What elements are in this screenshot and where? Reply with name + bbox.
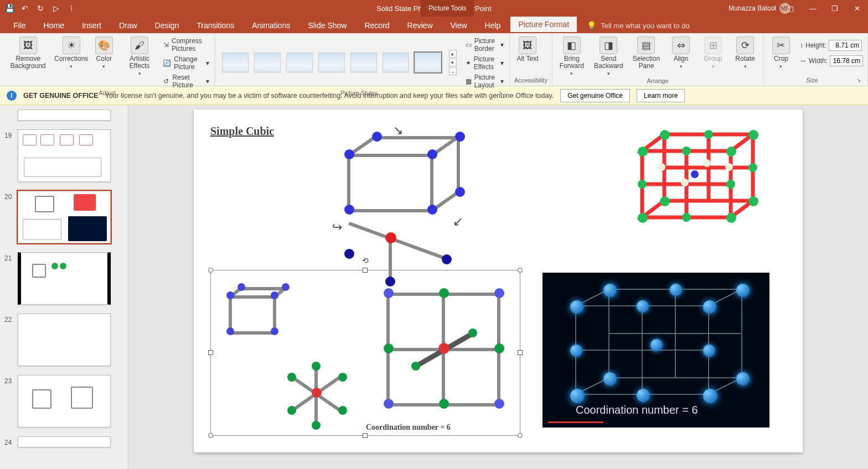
rotate-icon: ⟳: [736, 37, 754, 54]
picture-effects-button[interactable]: ✦Picture Effects ▾: [464, 55, 505, 71]
slide-area[interactable]: Simple Cubic: [194, 110, 803, 452]
corrections-icon: ☀: [63, 37, 80, 54]
backward-icon: ◨: [600, 37, 617, 54]
bring-forward-button[interactable]: ◧Bring Forward▾: [557, 35, 587, 77]
tab-file[interactable]: File: [6, 18, 34, 33]
color-icon: 🎨: [95, 37, 113, 54]
gallery-down-icon[interactable]: ▾: [449, 59, 457, 66]
crop-icon: ✂: [772, 37, 790, 54]
tab-view[interactable]: View: [443, 18, 475, 33]
height-input[interactable]: [829, 40, 862, 51]
remove-bg-icon: 🖼: [19, 37, 37, 54]
reset-picture-button[interactable]: ↺Reset Picture ▾: [162, 73, 210, 90]
alt-text-button[interactable]: 🖼 Alt Text: [514, 35, 541, 64]
forward-icon: ◧: [563, 37, 581, 54]
learn-more-button[interactable]: Learn more: [637, 89, 685, 102]
tab-design[interactable]: Design: [147, 18, 187, 33]
style-preset[interactable]: [415, 53, 441, 72]
group-label: Size ↘: [768, 77, 863, 85]
style-preset[interactable]: [350, 53, 377, 72]
close-icon[interactable]: ✕: [846, 0, 868, 17]
reset-icon: ↺: [163, 77, 169, 86]
artistic-effects-button[interactable]: 🖌 Artistic Effects ▾: [123, 35, 156, 77]
artistic-icon: 🖌: [131, 37, 148, 54]
ribbon-options-icon[interactable]: ▢: [779, 0, 802, 17]
chevron-down-icon: ▾: [70, 64, 73, 69]
change-picture-button[interactable]: 🔄Change Picture ▾: [162, 55, 210, 71]
corrections-button[interactable]: ☀ Corrections ▾: [57, 35, 85, 70]
slide-title: Simple Cubic: [210, 125, 274, 138]
layout-icon: ▦: [466, 77, 472, 86]
tab-slideshow[interactable]: Slide Show: [300, 18, 354, 33]
width-icon: ↔: [800, 57, 807, 65]
gallery-up-icon[interactable]: ▴: [449, 50, 457, 58]
compress-pictures-button[interactable]: ⇲Compress Pictures: [162, 37, 210, 53]
rotate-handle-icon[interactable]: ⟲: [362, 256, 369, 265]
picture-styles-gallery[interactable]: ▴ ▾ ⌄: [220, 46, 459, 79]
qat-redo[interactable]: ↻: [35, 3, 45, 13]
render-image: Coordination number = 6: [542, 273, 769, 428]
render-caption: Coordination number = 6: [576, 404, 698, 416]
style-preset[interactable]: [318, 53, 345, 72]
width-input[interactable]: [830, 55, 863, 66]
slide-thumb[interactable]: [18, 314, 111, 366]
qat-save[interactable]: 💾: [4, 3, 14, 13]
tell-me-search[interactable]: 💡 Tell me what you want to do: [579, 18, 697, 33]
selected-picture[interactable]: ⟲: [210, 270, 520, 436]
qat-more[interactable]: ⁝: [66, 3, 76, 13]
slide-thumb[interactable]: [18, 375, 111, 428]
group-label: Accessibility: [514, 77, 547, 85]
tab-insert[interactable]: Insert: [74, 18, 109, 33]
tab-record[interactable]: Record: [356, 18, 397, 33]
selection-icon: ▤: [637, 37, 655, 54]
crop-button[interactable]: ✂Crop▾: [768, 35, 794, 70]
group-button: ⊞Group▾: [700, 35, 726, 70]
slide-thumb[interactable]: [18, 436, 111, 447]
style-preset[interactable]: [254, 53, 281, 72]
group-icon: ⊞: [704, 37, 722, 54]
tab-transitions[interactable]: Transitions: [189, 18, 242, 33]
slide-thumb[interactable]: [18, 252, 111, 305]
style-preset[interactable]: [383, 53, 409, 72]
tab-picture-format[interactable]: Picture Format: [510, 17, 577, 33]
selection-pane-button[interactable]: ▤Selection Pane: [631, 35, 662, 71]
effects-icon: ✦: [466, 59, 471, 67]
user-name: Munazza Batool: [728, 4, 776, 12]
minimize-icon[interactable]: —: [802, 0, 824, 17]
style-preset[interactable]: [286, 53, 313, 72]
compress-icon: ⇲: [163, 40, 169, 49]
slide-thumb[interactable]: [18, 129, 111, 182]
context-tab-label: Picture Tools: [421, 0, 474, 17]
tab-draw[interactable]: Draw: [111, 18, 145, 33]
align-icon: ⇔: [672, 37, 690, 54]
align-button[interactable]: ⇔Align▾: [668, 35, 694, 70]
slide-thumb[interactable]: [18, 191, 111, 243]
dialog-launcher-icon[interactable]: ↘: [856, 77, 861, 83]
color-button[interactable]: 🎨 Color ▾: [91, 35, 117, 70]
remove-background-button[interactable]: 🖼 Remove Background: [4, 35, 51, 71]
picture-border-button[interactable]: ▭Picture Border ▾: [464, 37, 505, 53]
maximize-icon[interactable]: ❐: [824, 0, 846, 17]
info-icon: i: [7, 91, 17, 101]
tab-review[interactable]: Review: [400, 18, 441, 33]
change-icon: 🔄: [163, 59, 171, 67]
slide-thumbnails[interactable]: 19 20 21 22 23: [0, 105, 128, 469]
tab-home[interactable]: Home: [36, 18, 72, 33]
rotate-button[interactable]: ⟳Rotate▾: [732, 35, 758, 70]
style-preset[interactable]: [222, 53, 249, 72]
alt-text-icon: 🖼: [519, 37, 536, 54]
qat-start-show[interactable]: ▷: [51, 3, 61, 13]
chevron-down-icon: ▾: [138, 71, 141, 76]
chevron-down-icon: ▾: [102, 64, 105, 69]
slide-canvas[interactable]: Simple Cubic: [128, 105, 868, 469]
picture-layout-button[interactable]: ▦Picture Layout ▾: [464, 73, 505, 90]
border-icon: ▭: [466, 40, 472, 49]
lattice-diagram: [620, 118, 764, 239]
send-backward-button[interactable]: ◨Send Backward▾: [592, 35, 625, 77]
slide-thumb[interactable]: [18, 110, 111, 121]
qat-undo[interactable]: ↶: [20, 3, 30, 13]
get-genuine-button[interactable]: Get genuine Office: [560, 89, 630, 102]
gallery-more-icon[interactable]: ⌄: [449, 67, 457, 75]
tab-help[interactable]: Help: [477, 18, 509, 33]
tab-animations[interactable]: Animations: [244, 18, 298, 33]
